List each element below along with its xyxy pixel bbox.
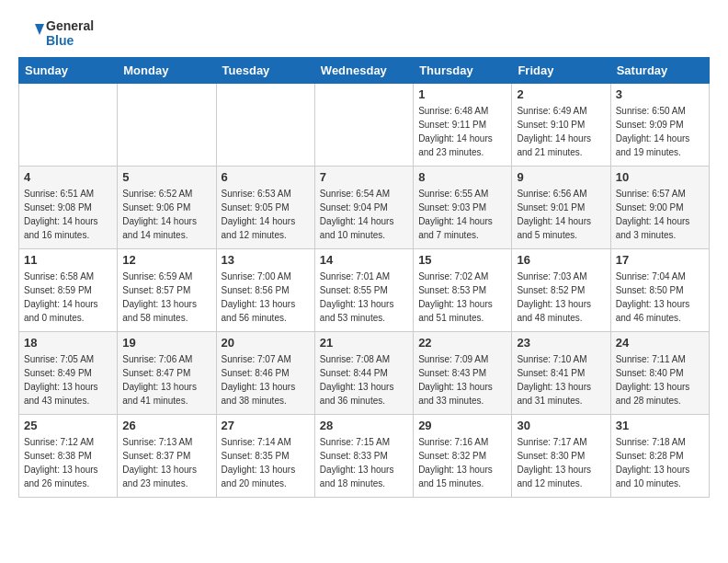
weekday-header-sunday: Sunday xyxy=(19,58,118,84)
calendar-cell: 27Sunrise: 7:14 AM Sunset: 8:35 PM Dayli… xyxy=(216,415,314,498)
day-number: 11 xyxy=(24,253,112,267)
calendar-cell: 31Sunrise: 7:18 AM Sunset: 8:28 PM Dayli… xyxy=(610,415,709,498)
day-info: Sunrise: 7:16 AM Sunset: 8:32 PM Dayligh… xyxy=(418,435,506,490)
day-number: 21 xyxy=(320,336,408,350)
calendar-cell: 30Sunrise: 7:17 AM Sunset: 8:30 PM Dayli… xyxy=(512,415,610,498)
logo-blue: Blue xyxy=(46,33,94,48)
day-number: 9 xyxy=(517,170,605,184)
logo: General Blue xyxy=(18,18,94,48)
calendar-cell: 1Sunrise: 6:48 AM Sunset: 9:11 PM Daylig… xyxy=(414,84,512,167)
day-info: Sunrise: 7:07 AM Sunset: 8:46 PM Dayligh… xyxy=(222,352,310,408)
calendar-cell: 26Sunrise: 7:13 AM Sunset: 8:37 PM Dayli… xyxy=(118,415,216,498)
day-number: 8 xyxy=(418,170,506,184)
day-number: 22 xyxy=(418,336,506,350)
day-number: 19 xyxy=(122,336,210,350)
calendar-cell: 9Sunrise: 6:56 AM Sunset: 9:01 PM Daylig… xyxy=(512,167,610,249)
day-number: 13 xyxy=(222,253,310,267)
day-info: Sunrise: 6:49 AM Sunset: 9:10 PM Dayligh… xyxy=(517,104,605,159)
calendar-cell: 8Sunrise: 6:55 AM Sunset: 9:03 PM Daylig… xyxy=(414,167,512,249)
day-info: Sunrise: 6:48 AM Sunset: 9:11 PM Dayligh… xyxy=(418,104,506,159)
day-info: Sunrise: 6:52 AM Sunset: 9:06 PM Dayligh… xyxy=(122,187,210,242)
day-number: 1 xyxy=(418,87,506,101)
weekday-header-thursday: Thursday xyxy=(414,58,512,84)
day-number: 2 xyxy=(517,87,605,101)
calendar-cell: 7Sunrise: 6:54 AM Sunset: 9:04 PM Daylig… xyxy=(314,167,413,249)
calendar-cell: 12Sunrise: 6:59 AM Sunset: 8:57 PM Dayli… xyxy=(118,249,216,332)
logo-text-block: General Blue xyxy=(18,18,94,48)
day-info: Sunrise: 6:55 AM Sunset: 9:03 PM Dayligh… xyxy=(418,187,506,242)
day-number: 26 xyxy=(122,419,210,432)
day-number: 5 xyxy=(122,170,210,184)
calendar-cell: 3Sunrise: 6:50 AM Sunset: 9:09 PM Daylig… xyxy=(610,84,709,167)
day-info: Sunrise: 7:14 AM Sunset: 8:35 PM Dayligh… xyxy=(222,435,310,490)
day-info: Sunrise: 7:09 AM Sunset: 8:43 PM Dayligh… xyxy=(418,352,506,408)
day-number: 10 xyxy=(616,170,704,184)
day-info: Sunrise: 7:08 AM Sunset: 8:44 PM Dayligh… xyxy=(320,352,408,408)
day-number: 28 xyxy=(320,419,408,432)
day-number: 6 xyxy=(222,170,310,184)
day-number: 25 xyxy=(24,419,112,432)
calendar-cell: 11Sunrise: 6:58 AM Sunset: 8:59 PM Dayli… xyxy=(19,249,118,332)
day-info: Sunrise: 7:12 AM Sunset: 8:38 PM Dayligh… xyxy=(24,435,112,490)
day-number: 20 xyxy=(222,336,310,350)
calendar-cell: 22Sunrise: 7:09 AM Sunset: 8:43 PM Dayli… xyxy=(414,332,512,415)
calendar-cell: 17Sunrise: 7:04 AM Sunset: 8:50 PM Dayli… xyxy=(610,249,709,332)
day-number: 7 xyxy=(320,170,408,184)
day-number: 3 xyxy=(616,87,704,101)
day-number: 27 xyxy=(222,419,310,432)
logo-bird-icon xyxy=(18,20,44,46)
calendar-cell xyxy=(216,84,314,167)
calendar-cell: 19Sunrise: 7:06 AM Sunset: 8:47 PM Dayli… xyxy=(118,332,216,415)
calendar-cell: 15Sunrise: 7:02 AM Sunset: 8:53 PM Dayli… xyxy=(414,249,512,332)
day-info: Sunrise: 6:58 AM Sunset: 8:59 PM Dayligh… xyxy=(24,270,112,325)
calendar-table: SundayMondayTuesdayWednesdayThursdayFrid… xyxy=(18,57,710,498)
day-info: Sunrise: 7:18 AM Sunset: 8:28 PM Dayligh… xyxy=(616,435,704,490)
calendar-cell: 28Sunrise: 7:15 AM Sunset: 8:33 PM Dayli… xyxy=(314,415,413,498)
calendar-cell: 24Sunrise: 7:11 AM Sunset: 8:40 PM Dayli… xyxy=(610,332,709,415)
calendar-cell: 5Sunrise: 6:52 AM Sunset: 9:06 PM Daylig… xyxy=(118,167,216,249)
calendar-cell: 25Sunrise: 7:12 AM Sunset: 8:38 PM Dayli… xyxy=(19,415,118,498)
calendar-cell: 20Sunrise: 7:07 AM Sunset: 8:46 PM Dayli… xyxy=(216,332,314,415)
day-number: 24 xyxy=(616,336,704,350)
calendar-cell: 23Sunrise: 7:10 AM Sunset: 8:41 PM Dayli… xyxy=(512,332,610,415)
weekday-header-wednesday: Wednesday xyxy=(314,58,413,84)
page-header: General Blue xyxy=(18,18,710,48)
day-number: 14 xyxy=(320,253,408,267)
day-info: Sunrise: 7:15 AM Sunset: 8:33 PM Dayligh… xyxy=(320,435,408,490)
day-info: Sunrise: 7:11 AM Sunset: 8:40 PM Dayligh… xyxy=(616,352,704,408)
day-number: 31 xyxy=(616,419,704,432)
calendar-cell: 21Sunrise: 7:08 AM Sunset: 8:44 PM Dayli… xyxy=(314,332,413,415)
weekday-header-friday: Friday xyxy=(512,58,610,84)
calendar-cell: 16Sunrise: 7:03 AM Sunset: 8:52 PM Dayli… xyxy=(512,249,610,332)
day-number: 23 xyxy=(517,336,605,350)
day-info: Sunrise: 7:17 AM Sunset: 8:30 PM Dayligh… xyxy=(517,435,605,490)
day-number: 15 xyxy=(418,253,506,267)
day-info: Sunrise: 7:01 AM Sunset: 8:55 PM Dayligh… xyxy=(320,270,408,325)
day-info: Sunrise: 7:13 AM Sunset: 8:37 PM Dayligh… xyxy=(122,435,210,490)
day-number: 12 xyxy=(122,253,210,267)
calendar-cell xyxy=(118,84,216,167)
calendar-cell: 10Sunrise: 6:57 AM Sunset: 9:00 PM Dayli… xyxy=(610,167,709,249)
day-info: Sunrise: 7:06 AM Sunset: 8:47 PM Dayligh… xyxy=(122,352,210,408)
day-info: Sunrise: 7:00 AM Sunset: 8:56 PM Dayligh… xyxy=(222,270,310,325)
weekday-header-saturday: Saturday xyxy=(610,58,709,84)
day-info: Sunrise: 7:02 AM Sunset: 8:53 PM Dayligh… xyxy=(418,270,506,325)
day-info: Sunrise: 7:03 AM Sunset: 8:52 PM Dayligh… xyxy=(517,270,605,325)
day-info: Sunrise: 6:54 AM Sunset: 9:04 PM Dayligh… xyxy=(320,187,408,242)
day-info: Sunrise: 6:59 AM Sunset: 8:57 PM Dayligh… xyxy=(122,270,210,325)
calendar-cell xyxy=(314,84,413,167)
weekday-header-tuesday: Tuesday xyxy=(216,58,314,84)
day-number: 18 xyxy=(24,336,112,350)
day-number: 4 xyxy=(24,170,112,184)
logo-general: General xyxy=(46,18,94,33)
day-info: Sunrise: 6:51 AM Sunset: 9:08 PM Dayligh… xyxy=(24,187,112,242)
day-info: Sunrise: 7:04 AM Sunset: 8:50 PM Dayligh… xyxy=(616,270,704,325)
calendar-cell: 4Sunrise: 6:51 AM Sunset: 9:08 PM Daylig… xyxy=(19,167,118,249)
calendar-cell: 18Sunrise: 7:05 AM Sunset: 8:49 PM Dayli… xyxy=(19,332,118,415)
day-info: Sunrise: 6:50 AM Sunset: 9:09 PM Dayligh… xyxy=(616,104,704,159)
calendar-cell: 6Sunrise: 6:53 AM Sunset: 9:05 PM Daylig… xyxy=(216,167,314,249)
calendar-cell xyxy=(19,84,118,167)
calendar-cell: 14Sunrise: 7:01 AM Sunset: 8:55 PM Dayli… xyxy=(314,249,413,332)
svg-marker-0 xyxy=(35,24,44,35)
day-number: 16 xyxy=(517,253,605,267)
